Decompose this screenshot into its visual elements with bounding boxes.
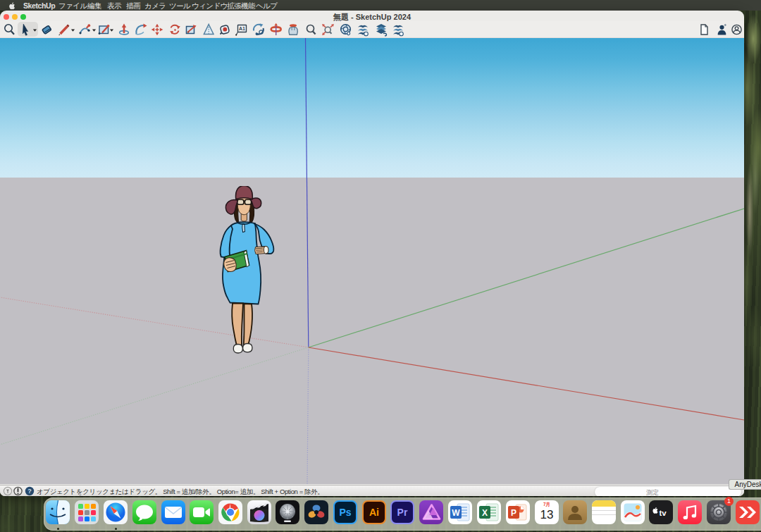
svg-text:X: X [482,508,488,518]
svg-text:W: W [452,508,460,518]
svg-text:?: ? [27,488,32,495]
svg-text:P: P [511,508,516,518]
svg-text:A1: A1 [239,26,245,31]
svg-text:tv: tv [659,509,667,517]
